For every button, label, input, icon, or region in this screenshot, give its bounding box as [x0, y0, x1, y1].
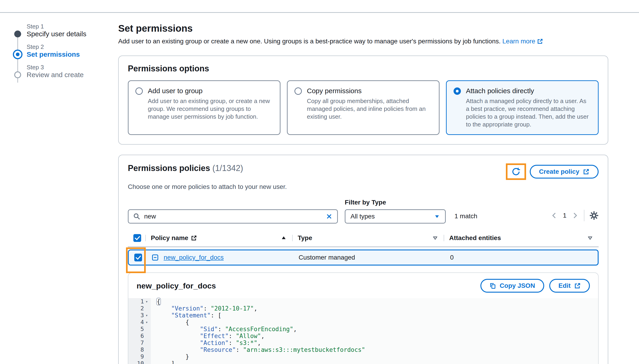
option-attach-policies-directly[interactable]: Attach policies directly Attach a manage…: [446, 80, 598, 135]
line-number: 3▾: [128, 312, 151, 319]
external-link-icon: [191, 235, 197, 241]
option-title: Add user to group: [148, 87, 273, 95]
line-number: 8: [128, 346, 151, 353]
line-number: 1▾: [128, 298, 151, 305]
option-title: Attach policies directly: [466, 87, 591, 95]
policy-search-input[interactable]: [144, 213, 322, 220]
main-content: Set permissions Add user to an existing …: [118, 23, 608, 364]
step-upcoming-icon: [14, 72, 21, 78]
policies-header: Permissions policies (1/1342) Create pol…: [128, 164, 598, 180]
fold-caret-icon[interactable]: ▾: [144, 319, 150, 326]
policies-subtitle: Choose one or more policies to attach to…: [128, 183, 598, 190]
refresh-button[interactable]: [511, 167, 521, 176]
policy-search-box[interactable]: [128, 209, 338, 224]
code-text: ]: [151, 360, 175, 364]
step-title: Set permissions: [26, 50, 118, 58]
edit-policy-button[interactable]: Edit: [549, 279, 590, 292]
option-description: Add user to an existing group, or create…: [148, 97, 273, 120]
fold-caret-icon[interactable]: ▾: [144, 312, 150, 319]
option-add-user-to-group[interactable]: Add user to group Add user to an existin…: [128, 80, 280, 135]
collapse-row-button[interactable]: [152, 254, 158, 261]
filter-type-value: All types: [350, 213, 375, 220]
next-page-button[interactable]: [571, 212, 579, 220]
learn-more-link[interactable]: Learn more: [502, 38, 543, 45]
column-header-policy-name[interactable]: Policy name: [145, 234, 292, 242]
code-line: 2 "Version": "2012-10-17",: [128, 305, 598, 312]
external-link-icon: [574, 282, 581, 289]
pager-divider: [584, 210, 584, 221]
page-description-text: Add user to an existing group or create …: [118, 38, 500, 45]
policies-title-text: Permissions policies: [128, 164, 210, 173]
policy-name-link[interactable]: new_policy_for_docs: [164, 254, 224, 261]
code-line: 3▾ "Statement": [: [128, 312, 598, 319]
permissions-options-title: Permissions options: [128, 64, 598, 74]
copy-json-button[interactable]: Copy JSON: [480, 279, 544, 292]
policies-count: (1/1342): [212, 164, 243, 173]
row-name-cell: new_policy_for_docs: [146, 254, 293, 261]
step-label: Step 1: [26, 23, 118, 30]
line-number: 5: [128, 326, 151, 332]
code-text: {: [151, 298, 160, 305]
column-header-type[interactable]: Type: [292, 234, 444, 242]
annotation-box-refresh: [506, 164, 526, 180]
step-item-review-and-create[interactable]: Step 3 Review and create: [14, 64, 118, 79]
minus-square-icon: [152, 254, 158, 261]
policy-json-editor[interactable]: 1▾{2 "Version": "2012-10-17",3▾ "Stateme…: [128, 298, 598, 364]
policy-detail-title: new_policy_for_docs: [136, 282, 216, 290]
option-copy-permissions[interactable]: Copy permissions Copy all group membersh…: [287, 80, 440, 135]
sort-ascending-icon: [281, 235, 287, 241]
radio-unselected-icon[interactable]: [136, 88, 143, 95]
step-current-icon: [13, 50, 22, 59]
row-checkbox-cell: [129, 254, 146, 262]
line-number: 9: [128, 353, 151, 360]
wizard-steps-nav: Step 1 Specify user details Step 2 Set p…: [14, 23, 118, 364]
filter-triangle-icon: [587, 235, 593, 241]
line-number: 4▾: [128, 319, 151, 326]
step-item-specify-user-details[interactable]: Step 1 Specify user details: [14, 23, 118, 38]
filter-triangle-icon: [432, 235, 438, 241]
permissions-policies-card: Permissions policies (1/1342) Create pol…: [118, 155, 608, 364]
line-number: 6: [128, 332, 151, 340]
table-settings-button[interactable]: [590, 211, 598, 220]
type-column-label: Type: [298, 234, 312, 242]
code-line: 4▾ {: [128, 319, 598, 326]
create-policy-button[interactable]: Create policy: [530, 165, 598, 178]
select-all-header-cell: [128, 234, 145, 242]
table-row[interactable]: new_policy_for_docs Customer managed 0: [128, 250, 598, 266]
refresh-icon: [511, 167, 521, 176]
radio-selected-icon[interactable]: [454, 88, 461, 95]
filter-type-dropdown[interactable]: All types: [345, 209, 446, 224]
previous-page-button[interactable]: [550, 212, 558, 220]
chevron-left-icon: [550, 212, 558, 220]
console-top-bar: [0, 0, 639, 13]
step-item-set-permissions[interactable]: Step 2 Set permissions: [14, 44, 118, 58]
code-text: "Version": "2012-10-17",: [151, 305, 257, 312]
external-link-icon: [583, 168, 590, 175]
create-policy-label: Create policy: [539, 168, 579, 175]
clear-search-button[interactable]: [326, 213, 332, 220]
step-title: Specify user details: [26, 30, 118, 38]
page-description: Add user to an existing group or create …: [118, 38, 608, 45]
code-line: 10 ]: [128, 360, 598, 364]
option-title: Copy permissions: [307, 87, 432, 95]
option-description: Attach a managed policy directly to a us…: [466, 97, 591, 128]
code-text: "Statement": [: [151, 312, 222, 319]
edit-label: Edit: [558, 282, 570, 290]
code-text: "Resource": "arn:aws:s3:::mytestbucketfo…: [151, 346, 365, 353]
line-number: 2: [128, 305, 151, 312]
policies-table-header: Policy name Type: [128, 232, 598, 247]
row-checkbox[interactable]: [134, 254, 142, 262]
learn-more-label: Learn more: [502, 38, 535, 45]
column-header-attached-entities[interactable]: Attached entities: [444, 234, 598, 242]
select-all-checkbox[interactable]: [133, 234, 141, 242]
policy-detail-actions: Copy JSON Edit: [480, 279, 590, 292]
copy-icon: [490, 282, 496, 289]
filter-by-type-group: Filter by Type All types: [345, 199, 446, 224]
policy-name-column-label: Policy name: [151, 234, 188, 242]
external-link-icon: [537, 38, 543, 44]
radio-unselected-icon[interactable]: [294, 88, 302, 95]
code-line: 8 "Resource": "arn:aws:s3:::mytestbucket…: [128, 346, 598, 353]
fold-caret-icon[interactable]: ▾: [144, 298, 150, 305]
page-title: Set permissions: [118, 23, 608, 34]
code-line: 1▾{: [128, 298, 598, 305]
